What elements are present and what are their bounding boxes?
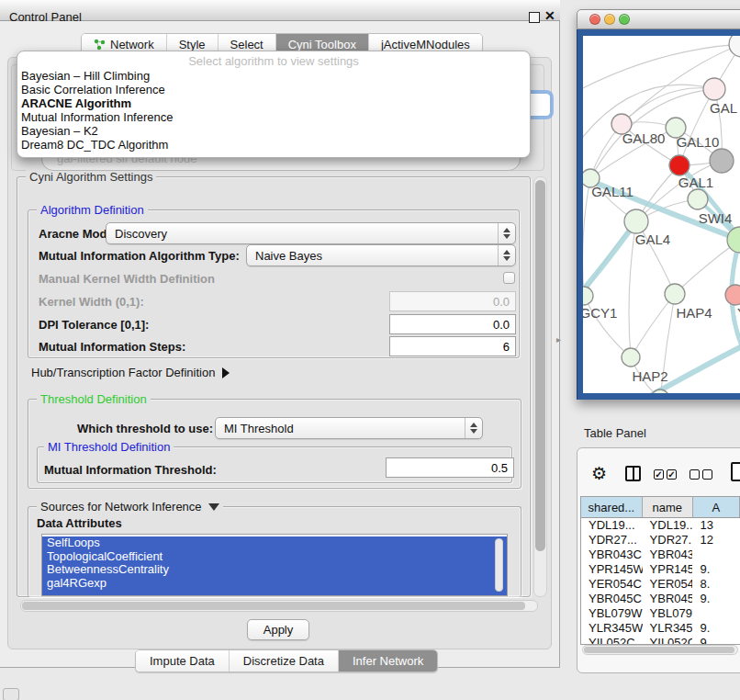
network-node-label: GAL1 [678,175,713,190]
table-row[interactable]: YDR27...YDR27...12 [581,533,740,548]
manual-kernel-checkbox[interactable] [503,272,515,284]
column-header-shared-name[interactable]: shared... [581,497,643,517]
list-item[interactable]: BetweennessCentrality [42,563,507,577]
table-row[interactable]: YER054CYER054C8. [581,577,740,592]
table-cell: YLR345W [643,621,693,636]
settings-horizontal-scrollbar-thumb[interactable] [22,602,525,610]
network-node[interactable] [729,36,740,57]
algorithm-option[interactable]: Bayesian – K2 [17,124,530,138]
close-icon[interactable]: ✕ [544,8,555,23]
table-row[interactable]: YBR043CYBR043C [581,548,740,562]
algorithm-option[interactable]: ARACNE Algorithm [17,96,530,110]
mi-steps-field[interactable] [389,336,516,356]
network-node[interactable] [725,285,740,305]
network-node-label: HAP4 [676,305,712,321]
mi-type-value: Naive Bayes [247,249,498,263]
column-header-name[interactable]: name [643,497,693,517]
data-attributes-list[interactable]: SelfLoopsTopologicalCoefficientBetweenne… [41,534,508,596]
table-row[interactable]: YBL079WYBL079W [581,606,740,621]
dpi-tolerance-label: DPI Tolerance [0,1]: [39,318,149,332]
gear-icon[interactable]: ⚙ [591,463,607,484]
deselect-checkbox-icon[interactable] [702,469,712,480]
network-node[interactable] [703,78,725,100]
mi-type-combo[interactable]: Naive Bayes [246,244,516,266]
algorithm-option[interactable]: Basic Correlation Inference [17,83,530,96]
minimize-traffic-light[interactable] [604,14,615,25]
network-node[interactable] [624,209,648,233]
table-cell: YDR27... [581,533,643,548]
kernel-width-label: Kernel Width (0,1): [39,295,144,309]
zoom-traffic-light[interactable] [619,14,630,25]
network-node[interactable] [583,287,593,305]
table-horizontal-scrollbar-thumb[interactable] [584,647,734,653]
manual-kernel-label: Manual Kernel Width Definition [39,272,215,286]
list-scrollbar[interactable] [495,538,503,592]
algorithm-option[interactable]: Dream8 DC_TDC Algorithm [17,138,530,152]
settings-vertical-scrollbar-thumb[interactable] [535,180,545,551]
tab-infer-network[interactable]: Infer Network [338,650,437,672]
algorithm-option[interactable]: Mutual Information Inference [17,110,530,124]
network-node[interactable] [651,390,669,393]
apply-button[interactable]: Apply [247,619,309,640]
chevron-right-icon [222,367,230,378]
network-graph-icon [94,39,106,51]
close-traffic-light[interactable] [589,14,600,25]
float-window-icon[interactable] [529,12,540,23]
hub-expander[interactable]: Hub/Transcription Factor Definition [31,366,230,379]
sources-expander[interactable]: Sources for Network Inference [40,500,219,514]
network-node-label: GAL80 [622,130,666,146]
mi-threshold-label: Mutual Information Threshold: [44,463,217,477]
table-cell: YBR043C [581,548,643,562]
deselect-checkbox-icon[interactable] [690,469,700,480]
table-row[interactable]: YLR345WYLR345W9. [581,621,740,636]
corner-button[interactable] [3,688,19,700]
which-threshold-value: MI Threshold [216,422,465,435]
network-canvas[interactable]: GALGAL80GAL10GAL1GAL11SWI4GAL4GCY1HAP4YH… [583,36,740,393]
select-all-checkbox-icon[interactable]: ✓ [654,469,664,480]
network-node-label: HAP2 [632,368,667,384]
mi-threshold-group-title: MI Threshold Definition [44,440,174,454]
table-row[interactable]: YBR045CYBR045C9. [581,592,740,606]
table-cell: 9. [692,562,740,577]
table-cell: YER054C [581,577,643,592]
network-node[interactable] [665,284,685,304]
network-window-titlebar[interactable] [577,9,740,29]
list-item[interactable]: gal4RGexp [42,577,507,591]
table-cell: YBR045C [581,592,643,606]
aracne-mode-combo[interactable]: Discovery [106,222,516,244]
table-cell: 9 [692,636,740,645]
table-cell: YBL079W [643,606,693,621]
kernel-width-field[interactable] [389,291,516,311]
column-header-partial[interactable]: A [693,497,740,517]
mi-threshold-field[interactable] [386,457,514,478]
network-node[interactable] [669,155,690,175]
list-item[interactable]: SelfLoops [42,536,507,550]
list-item[interactable] [42,590,507,596]
table-row[interactable]: YPR145WYPR145W9. [581,562,740,577]
splitter-collapse-icon[interactable]: ▸ [556,334,561,344]
network-node[interactable] [622,348,640,367]
which-threshold-combo[interactable]: MI Threshold [215,417,483,439]
network-node[interactable] [710,149,734,173]
network-node[interactable] [688,189,708,209]
dpi-tolerance-field[interactable] [389,314,516,334]
list-item[interactable]: TopologicalCoefficient [42,550,507,564]
table-row[interactable]: YIL052CYIL052C9 [581,636,740,645]
network-node-label: GAL11 [591,184,633,199]
algorithm-option[interactable]: Bayesian – Hill Climbing [17,69,530,83]
table-row[interactable]: YDL19...YDL19...13 [581,518,740,533]
table-header-row: shared... name A [581,497,740,518]
network-edge-thick [598,341,740,393]
algorithm-placeholder: Select algorithm to view settings [17,54,530,69]
table-cell: YDL19... [643,518,693,533]
network-node-label: GAL4 [635,231,670,247]
tab-label: Style [179,38,206,51]
select-all-checkbox-icon[interactable]: ✓ [667,469,677,480]
document-icon[interactable] [731,462,740,481]
hub-expander-label: Hub/Transcription Factor Definition [31,366,215,379]
columns-icon[interactable] [625,466,641,481]
tab-impute-data[interactable]: Impute Data [136,650,229,672]
tab-discretize-data[interactable]: Discretize Data [229,650,338,672]
table-cell: YDR27... [643,533,693,548]
table-cell: 9. [692,621,740,636]
